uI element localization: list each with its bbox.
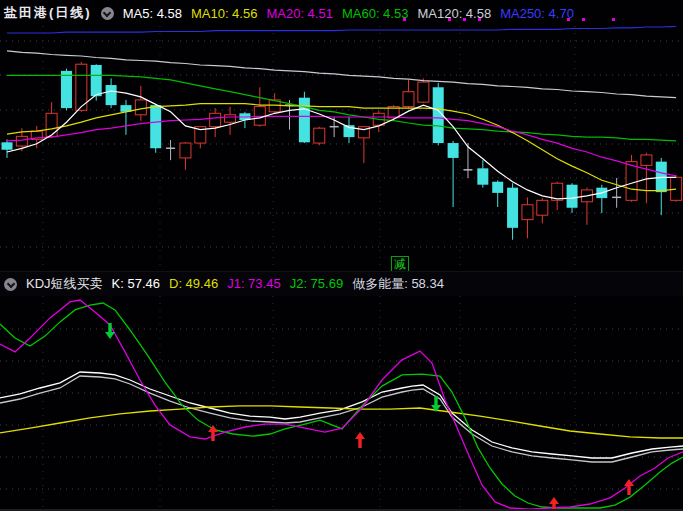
legend-ma-ma20: MA20: 4.51 [266, 6, 333, 21]
legend-kdj-k: K: 57.46 [112, 276, 160, 291]
chevron-down-icon[interactable] [4, 278, 17, 291]
ma-lines [7, 26, 676, 199]
buy-arrow-up-icon [355, 432, 365, 448]
kdj-title: KDJ短线买卖 [26, 275, 103, 293]
ma-legend: MA5: 4.58MA10: 4.56MA20: 4.51MA60: 4.53M… [123, 6, 583, 21]
kdj-line-做多能量 [0, 376, 683, 462]
kdj-line-d [0, 406, 683, 438]
ma-line-ma250 [7, 26, 676, 33]
candles[interactable] [2, 62, 682, 240]
ma-line-ma20 [7, 116, 676, 176]
kdj-panel-header: KDJ短线买卖 K: 57.46D: 49.46J1: 73.45J2: 75.… [0, 271, 683, 296]
candlestick-chart[interactable] [0, 26, 683, 270]
kdj-line-j1 [0, 300, 683, 509]
legend-ma-ma5: MA5: 4.58 [123, 6, 182, 21]
chevron-down-icon[interactable] [101, 7, 114, 20]
kdj-line-j2 [0, 303, 683, 508]
legend-ma-ma10: MA10: 4.56 [191, 6, 258, 21]
magenta-signal-dot [478, 18, 481, 21]
legend-kdj-j1: J1: 73.45 [227, 276, 281, 291]
main-chart-header: 盐田港(日线) MA5: 4.58MA10: 4.56MA20: 4.51MA6… [0, 0, 683, 26]
magenta-signal-dot [448, 18, 451, 21]
kdj-legend: K: 57.46D: 49.46J1: 73.45J2: 75.69做多能量: … [112, 275, 453, 293]
magenta-signal-dot [403, 18, 406, 21]
kdj-line-k [0, 372, 683, 458]
stock-chart-window: 盐田港(日线) MA5: 4.58MA10: 4.56MA20: 4.51MA6… [0, 0, 683, 511]
magenta-signal-dot [582, 18, 585, 21]
kdj-indicator-chart[interactable] [0, 296, 683, 511]
magenta-signal-dot [463, 18, 466, 21]
kdj-lines [0, 300, 683, 509]
legend-kdj-d: D: 49.46 [169, 276, 218, 291]
stock-title: 盐田港(日线) [4, 4, 92, 22]
legend-kdj-j2: J2: 75.69 [290, 276, 344, 291]
magenta-signal-dot [567, 18, 570, 21]
main-gridlines [0, 26, 683, 270]
legend-kdj-做多能量: 做多能量: 58.34 [352, 275, 444, 293]
legend-ma-ma60: MA60: 4.53 [342, 6, 409, 21]
legend-ma-ma250: MA250: 4.70 [500, 6, 574, 21]
magenta-signal-dot [612, 18, 615, 21]
kdj-signal-arrows [105, 323, 634, 511]
kdj-gridlines [0, 296, 683, 511]
